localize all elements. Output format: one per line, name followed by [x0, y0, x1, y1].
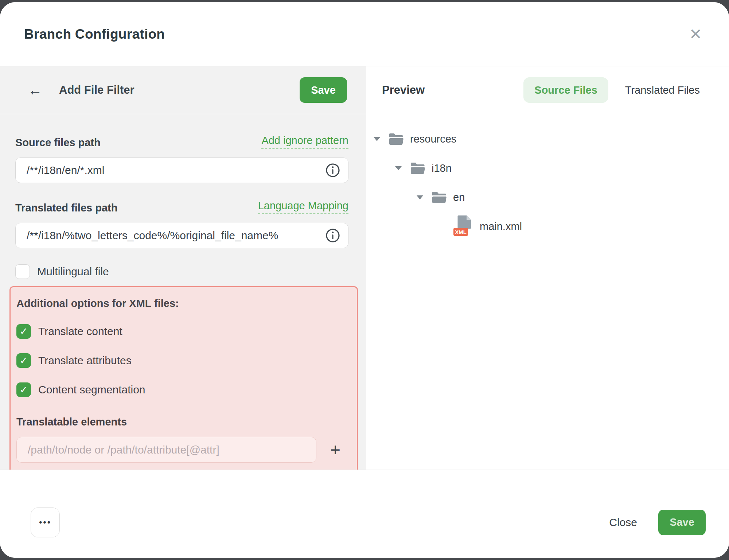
check-icon: ✓ [20, 327, 28, 337]
translatable-elements-label: Translatable elements [16, 416, 351, 428]
folder-icon [432, 191, 447, 203]
translated-path-label: Translated files path [15, 202, 117, 214]
add-ignore-pattern-link[interactable]: Add ignore pattern [261, 135, 348, 149]
file-tree-preview: resources i18n en [366, 114, 729, 470]
content-segmentation-row: ✓ Content segmentation [16, 382, 351, 397]
check-icon: ✓ [20, 385, 28, 395]
source-path-label-row: Source files path Add ignore pattern [15, 135, 348, 149]
translated-path-label-row: Translated files path Language Mapping [15, 200, 348, 214]
language-mapping-link[interactable]: Language Mapping [258, 200, 348, 214]
folder-icon [389, 133, 404, 145]
translate-content-checkbox[interactable]: ✓ [16, 324, 31, 339]
translated-path-input[interactable] [27, 229, 325, 242]
source-path-label: Source files path [15, 137, 101, 149]
source-path-input[interactable] [27, 164, 325, 176]
check-icon: ✓ [20, 356, 28, 366]
close-button[interactable]: Close [609, 516, 637, 529]
tree-label: i18n [432, 162, 452, 174]
tree-label: main.xml [480, 221, 522, 233]
modal-title: Branch Configuration [24, 27, 165, 42]
translate-attributes-label: Translate attributes [38, 354, 132, 367]
content-segmentation-label: Content segmentation [38, 384, 145, 396]
translated-path-input-wrap [15, 223, 348, 248]
translate-attributes-checkbox[interactable]: ✓ [16, 353, 31, 368]
xml-badge-text: XML [455, 229, 467, 235]
file-filter-title: Add File Filter [59, 83, 135, 97]
multilingual-row: ✓ Multilingual file [15, 264, 348, 279]
tree-row-resources[interactable]: resources [374, 124, 729, 153]
file-filter-form: Source files path Add ignore pattern Tra… [0, 114, 366, 470]
translate-content-label: Translate content [38, 325, 122, 338]
close-icon[interactable]: ✕ [689, 27, 702, 42]
multilingual-label: Multilingual file [37, 265, 109, 278]
content-row: Source files path Add ignore pattern Tra… [0, 114, 729, 470]
source-path-input-wrap [15, 158, 348, 183]
footer-save-button[interactable]: Save [658, 510, 706, 535]
file-filter-header: ← Add File Filter Save [0, 66, 366, 114]
tab-translated-files[interactable]: Translated Files [625, 84, 700, 96]
multilingual-checkbox[interactable]: ✓ [15, 264, 30, 279]
screen-backdrop: Branch Configuration ✕ ← Add File Filter… [0, 0, 729, 560]
branch-configuration-modal: Branch Configuration ✕ ← Add File Filter… [0, 2, 729, 558]
tab-source-files[interactable]: Source Files [523, 77, 608, 103]
modal-footer: ••• Close Save [0, 470, 729, 558]
preview-header: Preview Source Files Translated Files [366, 66, 729, 114]
tree-label: en [453, 191, 465, 203]
xml-options-box: Additional options for XML files: ✓ Tran… [9, 286, 358, 476]
caret-down-icon[interactable] [374, 137, 380, 141]
caret-down-icon[interactable] [417, 195, 423, 199]
translate-attributes-row: ✓ Translate attributes [16, 353, 351, 368]
preview-title: Preview [382, 83, 425, 97]
content-segmentation-checkbox[interactable]: ✓ [16, 382, 31, 397]
translatable-elements-row: + [16, 437, 351, 463]
add-translatable-element-button[interactable]: + [324, 439, 346, 461]
caret-down-icon[interactable] [395, 166, 402, 170]
info-icon[interactable] [325, 163, 340, 178]
header-row: ← Add File Filter Save Preview Source Fi… [0, 66, 729, 114]
plus-icon: + [330, 441, 340, 459]
modal-titlebar: Branch Configuration ✕ [0, 2, 729, 66]
filter-save-button[interactable]: Save [300, 77, 347, 103]
tree-row-i18n[interactable]: i18n [374, 153, 729, 183]
xml-file-icon: XML [453, 215, 473, 237]
info-icon[interactable] [325, 228, 340, 243]
translatable-elements-input[interactable] [16, 437, 316, 463]
tree-label: resources [410, 133, 456, 145]
folder-icon [410, 162, 425, 174]
more-dots-icon: ••• [39, 517, 51, 528]
xml-options-title: Additional options for XML files: [16, 298, 351, 310]
back-arrow-icon[interactable]: ← [28, 83, 42, 97]
translate-content-row: ✓ Translate content [16, 324, 351, 339]
more-options-button[interactable]: ••• [31, 508, 60, 537]
tree-row-en[interactable]: en [374, 183, 729, 212]
preview-tabs: Source Files Translated Files [523, 77, 700, 103]
tree-row-main-xml[interactable]: XML main.xml [374, 212, 729, 241]
